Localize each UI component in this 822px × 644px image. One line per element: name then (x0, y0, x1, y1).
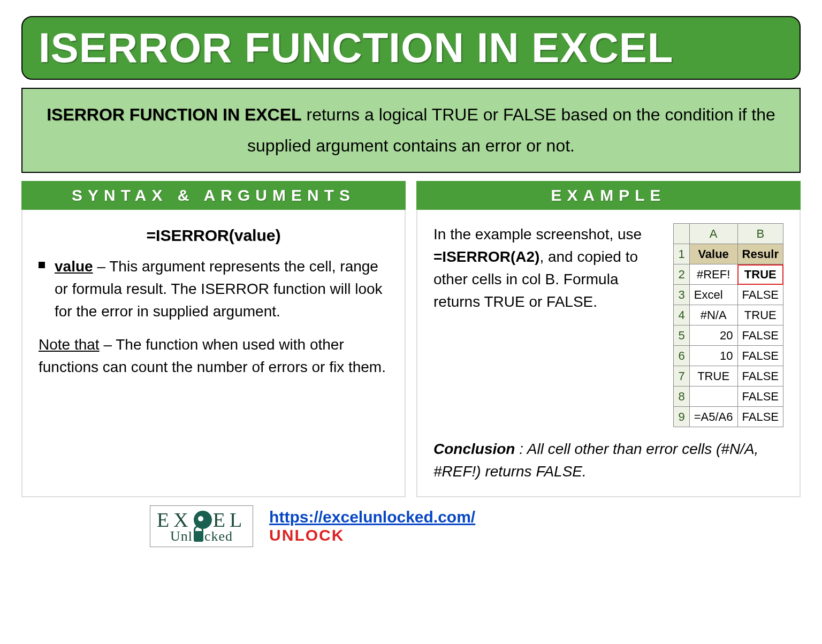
syntax-column: SYNTAX & ARGUMENTS =ISERROR(value) value… (21, 181, 406, 497)
argument-desc: – This argument represents the cell, ran… (55, 258, 383, 320)
argument-name: value (55, 258, 93, 275)
table-row: 7TRUEFALSE (674, 366, 783, 387)
row-num: 2 (674, 264, 689, 285)
lock-icon (194, 531, 203, 542)
syntax-body: =ISERROR(value) value – This argument re… (21, 210, 406, 497)
table-header-row: 1 Value Resulr (674, 244, 783, 264)
table-corner (674, 224, 689, 244)
footer: EXEL Unlcked https://excelunlocked.com/ … (21, 505, 801, 547)
cell-result: FALSE (737, 407, 783, 427)
row-1: 1 (674, 244, 689, 264)
table-row: 9=A5/A6FALSE (674, 407, 783, 427)
bullet-icon (39, 262, 45, 268)
cell-value: 20 (689, 325, 737, 346)
cell-result: FALSE (737, 346, 783, 366)
head-result: Resulr (737, 244, 783, 264)
footer-unlock: UNLOCK (269, 526, 344, 544)
logo-bottom-pre: Unl (170, 528, 193, 544)
example-body: In the example screenshot, use =ISERROR(… (416, 210, 801, 497)
cell-value: =A5/A6 (689, 407, 737, 427)
cell-value: Excel (689, 285, 737, 305)
example-conclusion: Conclusion : All cell other than error c… (433, 438, 783, 483)
example-pre: In the example screenshot, use (433, 226, 642, 243)
page-title: ISERROR FUNCTION IN EXCEL (39, 24, 783, 72)
cell-value (689, 387, 737, 407)
description-box: ISERROR FUNCTION IN EXCEL returns a logi… (21, 88, 801, 173)
col-b: B (737, 224, 783, 244)
head-value: Value (689, 244, 737, 264)
row-num: 6 (674, 346, 689, 366)
description-text: returns a logical TRUE or FALSE based on… (247, 105, 775, 155)
logo-bottom: Unlcked (170, 528, 233, 544)
example-column: EXAMPLE In the example screenshot, use =… (416, 181, 801, 497)
row-num: 3 (674, 285, 689, 305)
columns: SYNTAX & ARGUMENTS =ISERROR(value) value… (21, 181, 801, 497)
example-text: In the example screenshot, use =ISERROR(… (433, 223, 663, 427)
footer-url[interactable]: https://excelunlocked.com/ (269, 508, 475, 526)
table-row: 520FALSE (674, 325, 783, 346)
row-num: 9 (674, 407, 689, 427)
cell-result: FALSE (737, 387, 783, 407)
description-strong: ISERROR FUNCTION IN EXCEL (47, 105, 301, 124)
cell-value: TRUE (689, 366, 737, 387)
title-bar: ISERROR FUNCTION IN EXCEL (21, 16, 801, 80)
example-table: A B 1 Value Resulr 2#REF!TRUE3ExcelFALSE… (673, 223, 783, 427)
table-row: 3ExcelFALSE (674, 285, 783, 305)
table-row: 8FALSE (674, 387, 783, 407)
conclusion-label: Conclusion (433, 441, 515, 457)
logo-bottom-post: cked (204, 528, 233, 544)
table-row: 4#N/ATRUE (674, 305, 783, 325)
row-num: 4 (674, 305, 689, 325)
logo: EXEL Unlcked (150, 505, 253, 547)
row-num: 5 (674, 325, 689, 346)
syntax-note: Note that – The function when used with … (39, 334, 389, 378)
argument-bullet: value – This argument represents the cel… (39, 255, 389, 323)
cell-result: FALSE (737, 366, 783, 387)
cell-result: TRUE (737, 264, 783, 285)
note-label: Note that (39, 336, 100, 353)
example-flex: In the example screenshot, use =ISERROR(… (433, 223, 783, 427)
table-row: 2#REF!TRUE (674, 264, 783, 285)
cell-result: FALSE (737, 285, 783, 305)
cell-result: TRUE (737, 305, 783, 325)
row-num: 7 (674, 366, 689, 387)
table-row: 610FALSE (674, 346, 783, 366)
syntax-header: SYNTAX & ARGUMENTS (21, 181, 406, 210)
cell-value: #REF! (689, 264, 737, 285)
example-formula: =ISERROR(A2) (433, 248, 539, 265)
cell-value: #N/A (689, 305, 737, 325)
col-a: A (689, 224, 737, 244)
example-header: EXAMPLE (416, 181, 801, 210)
row-num: 8 (674, 387, 689, 407)
syntax-formula: =ISERROR(value) (39, 223, 389, 247)
cell-value: 10 (689, 346, 737, 366)
footer-text: https://excelunlocked.com/ UNLOCK (269, 508, 475, 544)
argument-text: value – This argument represents the cel… (55, 255, 389, 323)
table-colhead-row: A B (674, 224, 783, 244)
cell-result: FALSE (737, 325, 783, 346)
